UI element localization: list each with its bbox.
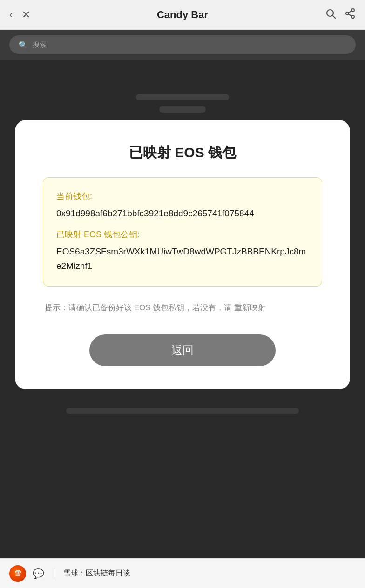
footer-site-name: 雪球：区块链每日谈 — [63, 568, 130, 578]
search-input[interactable]: 🔍 搜索 — [9, 35, 356, 54]
hint-line-2 — [159, 106, 206, 113]
wechat-icon: 💬 — [33, 568, 44, 579]
footer-divider — [54, 568, 54, 579]
search-magnifier-icon: 🔍 — [19, 40, 28, 49]
search-bar-area: 🔍 搜索 — [0, 30, 365, 60]
eos-wallet-value: EOS6a3ZSFsm3rWXk1MUiwTwD8wdWPGTJzBBBENKr… — [56, 245, 309, 273]
bottom-hint-line — [66, 408, 299, 414]
current-wallet-section: 当前钱包: 0x91d998af6b271bbfc3921e8dd9c26574… — [56, 191, 309, 220]
current-wallet-label: 当前钱包: — [56, 191, 309, 202]
svg-line-1 — [333, 15, 336, 18]
eos-wallet-label: 已映射 EOS 钱包公钥: — [56, 229, 309, 240]
svg-line-5 — [349, 14, 352, 16]
nav-right-actions — [325, 8, 356, 22]
nav-left-actions: ‹ ✕ — [9, 9, 30, 21]
return-button-label: 返回 — [171, 343, 194, 358]
search-icon[interactable] — [325, 8, 336, 22]
footer-logo: 雪 — [9, 565, 26, 582]
close-button[interactable]: ✕ — [22, 9, 30, 21]
main-card: 已映射 EOS 钱包 当前钱包: 0x91d998af6b271bbfc3921… — [15, 120, 350, 389]
search-placeholder: 搜索 — [33, 40, 47, 49]
hint-text: 提示：请确认已备份好该 EOS 钱包私钥，若没有，请 重新映射 — [43, 301, 322, 315]
hint-line-1 — [136, 94, 229, 100]
top-hint-area — [9, 74, 356, 120]
dark-background: 已映射 EOS 钱包 当前钱包: 0x91d998af6b271bbfc3921… — [0, 60, 365, 454]
current-wallet-value: 0x91d998af6b271bbfc3921e8dd9c265741f0758… — [56, 207, 309, 220]
eos-wallet-section: 已映射 EOS 钱包公钥: EOS6a3ZSFsm3rWXk1MUiwTwD8w… — [56, 229, 309, 273]
page-title: Candy Bar — [157, 9, 208, 21]
wallet-info-box: 当前钱包: 0x91d998af6b271bbfc3921e8dd9c26574… — [43, 177, 322, 287]
footer-bar: 雪 💬 雪球：区块链每日谈 — [0, 558, 365, 588]
card-title: 已映射 EOS 钱包 — [129, 143, 236, 162]
return-button[interactable]: 返回 — [89, 334, 276, 366]
share-icon[interactable] — [345, 8, 356, 22]
back-button[interactable]: ‹ — [9, 9, 13, 21]
svg-line-6 — [349, 11, 352, 13]
bottom-hint-area — [9, 403, 356, 441]
footer-logo-text: 雪 — [14, 569, 21, 578]
nav-bar: ‹ ✕ Candy Bar — [0, 0, 365, 30]
